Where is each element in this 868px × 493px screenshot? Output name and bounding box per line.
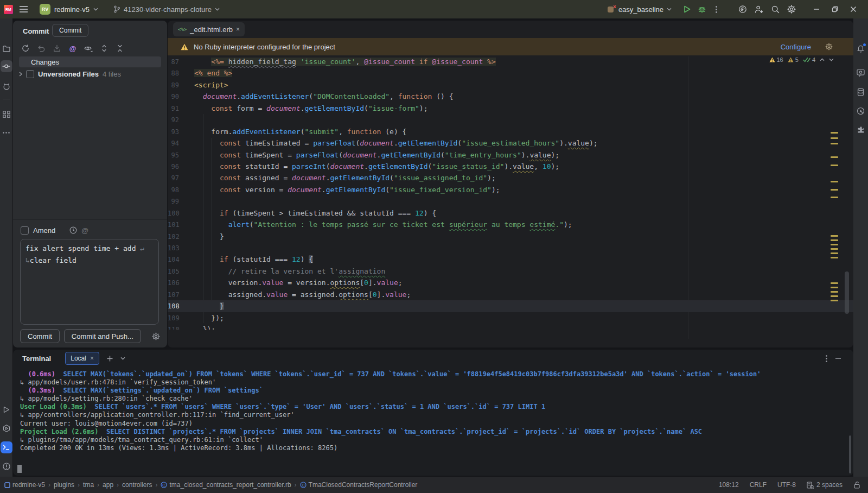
warning-stripe-mark[interactable] xyxy=(831,197,838,198)
problems-tool-icon[interactable] xyxy=(1,460,12,472)
breadcrumb-item[interactable]: app xyxy=(103,481,113,489)
terminal-output[interactable]: (0.6ms) SELECT MAX(`tokens`.`updated_on`… xyxy=(20,370,844,476)
close-terminal-tab-icon[interactable]: × xyxy=(90,355,94,362)
editor-tab[interactable]: <%> _edit.html.erb × xyxy=(173,22,245,36)
code-line[interactable]: 93 form.addEventListener("submit", funct… xyxy=(168,126,853,137)
inspections-widget[interactable]: 16 5 4 xyxy=(769,56,834,63)
restore-window-icon[interactable] xyxy=(826,2,844,17)
close-tab-icon[interactable]: × xyxy=(236,26,240,33)
shelve-icon[interactable] xyxy=(51,42,63,54)
commit-history-clock-icon[interactable] xyxy=(69,226,77,234)
breadcrumb-item[interactable]: redmine-v5 xyxy=(4,481,45,489)
next-problem-chevron-icon[interactable] xyxy=(829,58,834,61)
terminal-dropdown-chevron-icon[interactable] xyxy=(120,357,125,360)
warning-stripe-mark[interactable] xyxy=(831,287,838,288)
warning-stripe-mark[interactable] xyxy=(831,189,838,191)
code-line[interactable]: 105 // retire la version et l'assignatio… xyxy=(168,266,853,277)
settings-gear-icon[interactable] xyxy=(783,2,800,17)
warning-stripe-mark[interactable] xyxy=(831,291,838,293)
code-line[interactable]: 100 if (timeSpent > timeEstimated && sta… xyxy=(168,207,853,219)
commit-button[interactable]: Commit xyxy=(20,329,60,343)
chevron-right-icon[interactable] xyxy=(19,72,22,77)
breadcrumb-item[interactable]: CTmaClosedContractsReportController xyxy=(300,481,418,489)
warning-stripe-mark[interactable] xyxy=(831,156,838,158)
file-encoding[interactable]: UTF-8 xyxy=(777,481,796,489)
warning-stripe-mark[interactable] xyxy=(831,132,838,134)
code-line[interactable]: 87 <%= hidden_field_tag 'issue_count', @… xyxy=(168,56,853,67)
ai-assistant-tool-icon[interactable] xyxy=(855,67,867,79)
run-tool-icon[interactable] xyxy=(1,403,12,415)
code-line[interactable]: 103 xyxy=(168,242,853,254)
breadcrumb-item[interactable]: tma xyxy=(83,481,94,489)
code-line[interactable]: 109 }); xyxy=(168,312,853,324)
commit-message-input[interactable]: fix alert spend time + add ↵↳clear field xyxy=(20,239,159,325)
code-line[interactable]: 89<script> xyxy=(168,79,853,91)
pull-requests-tool-icon[interactable] xyxy=(1,80,12,92)
profiler-target-icon[interactable] xyxy=(855,105,867,117)
warning-stripe-mark[interactable] xyxy=(831,244,838,245)
code-line[interactable]: 110 }); xyxy=(168,324,853,330)
debug-button[interactable] xyxy=(694,2,710,17)
ai-assistant-icon[interactable] xyxy=(735,2,751,17)
ai-commit-message-icon[interactable]: @ xyxy=(67,42,79,54)
structure-tool-icon[interactable] xyxy=(1,108,12,120)
minimize-window-icon[interactable] xyxy=(807,2,826,17)
project-selector[interactable]: RV redmine-v5 xyxy=(40,4,98,15)
warning-stripe-mark[interactable] xyxy=(831,257,838,258)
warning-stripe-mark[interactable] xyxy=(831,252,838,254)
configure-link[interactable]: Configure xyxy=(781,43,811,51)
more-run-actions-icon[interactable] xyxy=(710,2,723,17)
code-line[interactable]: 92 xyxy=(168,114,853,125)
unversioned-files-checkbox[interactable] xyxy=(26,70,34,78)
line-separator[interactable]: CRLF xyxy=(750,481,767,489)
lock-open-icon[interactable] xyxy=(853,481,860,489)
editor-scrollbar-thumb[interactable] xyxy=(845,271,849,314)
warning-stripe-mark[interactable] xyxy=(831,282,838,284)
new-terminal-icon[interactable] xyxy=(107,356,113,362)
code-line[interactable]: 101 alert("Attention : le temps passé su… xyxy=(168,219,853,230)
indent-setting[interactable]: 2 spaces xyxy=(807,481,843,489)
warning-stripe-mark[interactable] xyxy=(831,235,838,237)
code-line[interactable]: 90 document.addEventListener("DOMContent… xyxy=(168,91,853,102)
commit-and-push-button[interactable]: Commit and Push... xyxy=(64,329,141,343)
project-tool-icon[interactable] xyxy=(1,42,12,54)
expand-all-icon[interactable] xyxy=(98,42,110,54)
hide-terminal-icon[interactable] xyxy=(835,355,841,362)
eye-view-options-icon[interactable] xyxy=(82,42,94,54)
code-with-me-icon[interactable] xyxy=(751,2,767,17)
code-line[interactable]: 95 const timeSpent = parseFloat(document… xyxy=(168,149,853,161)
database-tool-icon[interactable] xyxy=(855,86,867,98)
code-line[interactable]: 104 if (statutId === 12) { xyxy=(168,254,853,265)
main-menu-icon[interactable] xyxy=(20,6,28,12)
caret-position[interactable]: 108:12 xyxy=(719,481,739,489)
commit-options-gear-icon[interactable] xyxy=(152,332,160,340)
commit-tab[interactable]: Commit xyxy=(52,24,88,37)
code-line[interactable]: 94 const timeEstimated = parseFloat(docu… xyxy=(168,137,853,149)
notifications-bell-icon[interactable] xyxy=(855,42,867,54)
warning-stripe-mark[interactable] xyxy=(831,239,838,241)
breadcrumb-item[interactable]: controllers xyxy=(122,481,152,489)
commit-tool-icon[interactable] xyxy=(1,60,12,72)
breadcrumb-item[interactable]: Ctma_closed_contracts_report_controller.… xyxy=(161,481,291,489)
prev-problem-chevron-icon[interactable] xyxy=(820,58,825,61)
code-line[interactable]: 96 const statutId = parseInt(document.ge… xyxy=(168,161,853,172)
terminal-scrollbar-thumb[interactable] xyxy=(849,435,851,473)
warning-stripe-mark[interactable] xyxy=(831,300,838,301)
code-line[interactable]: 107 assigned.value = assigned.options[0]… xyxy=(168,289,853,300)
refresh-icon[interactable] xyxy=(20,42,31,54)
terminal-options-kebab-icon[interactable] xyxy=(826,355,827,362)
run-configuration-selector[interactable]: × easy_baseline xyxy=(607,5,672,14)
warning-stripe-mark[interactable] xyxy=(831,248,838,250)
more-tool-windows-icon[interactable] xyxy=(1,127,12,138)
plugin-puzzle-icon[interactable] xyxy=(855,124,867,136)
search-icon[interactable] xyxy=(767,2,783,17)
warning-stripe-mark[interactable] xyxy=(831,165,838,166)
banner-gear-icon[interactable] xyxy=(825,43,833,50)
code-line[interactable]: 102 } xyxy=(168,231,853,242)
code-line[interactable]: 91 const form = document.getElementById(… xyxy=(168,103,853,114)
breadcrumb-item[interactable]: plugins xyxy=(54,481,74,489)
warning-stripe-mark[interactable] xyxy=(831,137,838,139)
branch-selector[interactable]: 41230-vider-champs-cloture xyxy=(113,5,220,14)
code-line[interactable]: 106 version.value = version.options[0].v… xyxy=(168,277,853,288)
unversioned-files-row[interactable]: Unversioned Files 4 files xyxy=(19,68,161,79)
